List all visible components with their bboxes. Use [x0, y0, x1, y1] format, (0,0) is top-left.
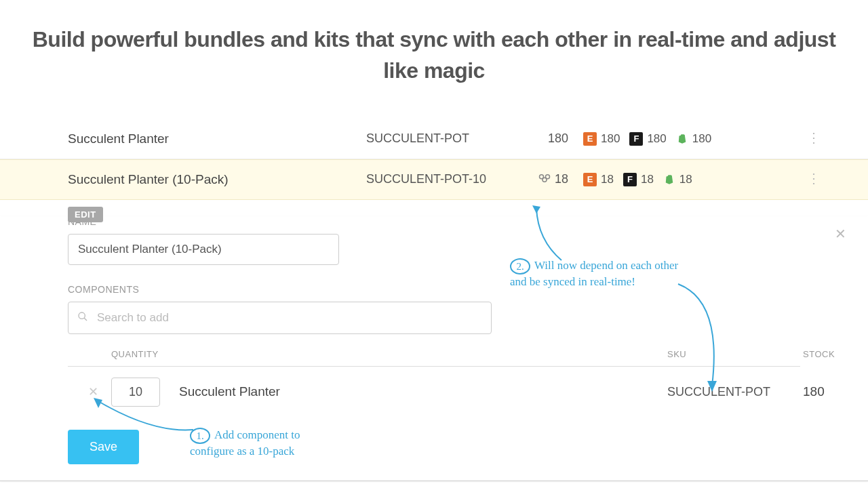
svg-marker-6 [532, 205, 540, 214]
annotation-2: 2.Will now depend on each other and be s… [510, 258, 686, 290]
components-header: QUANTITY SKU STOCK [68, 349, 800, 367]
row-menu-icon[interactable]: ⋮ [807, 176, 821, 180]
component-name: Succulent Planter [179, 384, 667, 399]
components-label: COMPONENTS [68, 284, 800, 295]
product-stock: 180 [515, 131, 583, 146]
product-name: Succulent Planter (10-Pack) [0, 172, 366, 187]
name-input[interactable] [68, 234, 339, 265]
shopify-icon [676, 132, 688, 146]
remove-component-icon[interactable]: ✕ [68, 385, 98, 399]
channel-stocks: E180 F180 180 [583, 132, 766, 146]
quantity-input[interactable] [111, 378, 160, 407]
table-row: Succulent Planter (10-Pack) SUCCULENT-PO… [0, 159, 868, 200]
search-icon [77, 311, 88, 325]
save-button[interactable]: Save [68, 430, 139, 464]
channel-stocks: E18 F18 18 [583, 173, 766, 186]
table-row: Succulent Planter (3-Pack) SUCCULENT-POT… [0, 481, 868, 488]
fba-icon: F [629, 132, 643, 146]
svg-point-2 [542, 178, 547, 182]
row-menu-icon[interactable]: ⋮ [807, 136, 821, 140]
svg-line-4 [84, 318, 87, 321]
product-stock: 18 [515, 172, 583, 186]
component-stock: 180 [803, 384, 849, 399]
product-table: Succulent Planter SUCCULENT-POT 180 E180… [0, 119, 868, 488]
product-sku: SUCCULENT-POT-10 [366, 172, 515, 186]
page-title: Build powerful bundles and kits that syn… [0, 24, 868, 87]
product-sku: SUCCULENT-POT [366, 131, 515, 146]
components-search-input[interactable] [68, 302, 492, 334]
bundle-icon [538, 174, 551, 186]
svg-point-3 [79, 312, 85, 319]
shopify-icon [663, 173, 675, 186]
etsy-icon: E [583, 132, 597, 146]
fba-icon: F [623, 173, 637, 186]
etsy-icon: E [583, 173, 597, 186]
arrow-2a-icon [531, 203, 585, 264]
annotation-1: 1.Add component to configure as a 10-pac… [190, 428, 339, 460]
component-sku: SUCCULENT-POT [667, 385, 803, 399]
product-name: Succulent Planter [0, 131, 366, 146]
name-label: NAME [68, 216, 800, 227]
close-icon[interactable]: ✕ [835, 226, 846, 242]
table-row: Succulent Planter SUCCULENT-POT 180 E180… [0, 119, 868, 159]
edit-badge: EDIT [68, 207, 103, 222]
edit-panel: EDIT ✕ NAME COMPONENTS QUANTITY SKU STOC… [0, 216, 868, 481]
component-row: ✕ Succulent Planter SUCCULENT-POT 180 [68, 367, 800, 412]
